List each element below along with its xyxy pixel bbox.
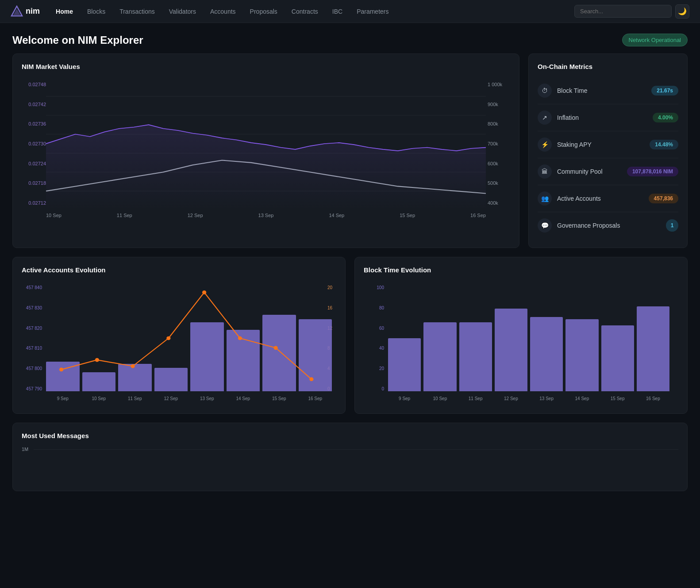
block-time-y-labels: 100 80 60 40 20 0: [364, 285, 386, 391]
bt-bar-2: 10 Sep: [423, 285, 456, 391]
active-accounts-bars: 9 Sep 10 Sep 11 Sep 12 Sep: [46, 285, 332, 391]
search-input[interactable]: [574, 5, 672, 18]
bt-bar-8-fill: [637, 306, 669, 391]
bar-group-5: 13 Sep: [190, 285, 224, 391]
bar-3: [118, 364, 152, 391]
nav-home[interactable]: Home: [50, 5, 78, 18]
bar-group-3: 11 Sep: [118, 285, 152, 391]
nav-proposals[interactable]: Proposals: [245, 5, 283, 18]
nav-blocks[interactable]: Blocks: [82, 5, 111, 18]
inflation-label: Inflation: [557, 114, 647, 121]
bt-bar-4-fill: [495, 309, 527, 391]
bar-6: [227, 330, 260, 391]
logo[interactable]: nim: [11, 5, 40, 18]
community-label: Community Pool: [557, 168, 622, 175]
accounts-icon: 👥: [538, 191, 552, 206]
staking-icon: ⚡: [538, 137, 552, 152]
market-chart-area: 0.02748 0.02742 0.02736 0.02730 0.02724 …: [22, 77, 510, 210]
bar-8: [299, 319, 332, 391]
bar-4: [154, 368, 188, 391]
market-card-title: NIM Market Values: [22, 63, 510, 70]
block-time-bars: 9 Sep 10 Sep 11 Sep 12 Sep: [388, 285, 669, 391]
block-time-label: Block Time: [557, 87, 646, 94]
nav-validators[interactable]: Validators: [164, 5, 201, 18]
metric-block-time: ⏱ Block Time 21.67s: [538, 77, 678, 104]
accounts-label: Active Accounts: [557, 195, 643, 202]
active-accounts-title: Active Accounts Evolution: [22, 266, 336, 274]
main-content: NIM Market Values 0.02748 0.02742 0.0273…: [0, 53, 700, 504]
nav-contracts[interactable]: Contracts: [286, 5, 323, 18]
metrics-list: ⏱ Block Time 21.67s ↗ Inflation 4.00% ⚡ …: [538, 77, 678, 239]
bar-7: [262, 315, 296, 391]
bt-bar-3: 11 Sep: [459, 285, 492, 391]
market-y-labels-right: 1 000k 900k 800k 700k 600k 500k 400k: [486, 77, 510, 210]
staking-value: 14.48%: [650, 140, 678, 149]
bt-bar-1: 9 Sep: [388, 285, 421, 391]
block-time-title: Block Time Evolution: [364, 266, 678, 274]
inflation-icon: ↗: [538, 111, 552, 125]
nav-ibc[interactable]: IBC: [327, 5, 348, 18]
bar-group-2: 10 Sep: [82, 285, 116, 391]
metrics-card-title: On-Chain Metrics: [538, 63, 678, 70]
active-accounts-card: Active Accounts Evolution 457 840 457 83…: [12, 257, 346, 414]
block-time-chart: 100 80 60 40 20 0 9 Sep 10 Sep: [364, 281, 678, 405]
bt-bar-6: 14 Sep: [565, 285, 598, 391]
metric-inflation: ↗ Inflation 4.00%: [538, 104, 678, 131]
staking-label: Staking APY: [557, 141, 644, 148]
inflation-value: 4.00%: [653, 113, 678, 122]
block-time-card: Block Time Evolution 100 80 60 40 20 0 9…: [354, 257, 688, 414]
messages-title: Most Used Messages: [22, 432, 678, 439]
status-badge: Network Operational: [622, 34, 688, 46]
governance-value: 1: [666, 219, 678, 232]
logo-text: nim: [26, 7, 40, 16]
block-time-icon: ⏱: [538, 84, 552, 98]
bt-bar-5: 13 Sep: [530, 285, 563, 391]
community-icon: 🏛: [538, 164, 552, 179]
market-y-labels-left: 0.02748 0.02742 0.02736 0.02730 0.02724 …: [22, 77, 46, 210]
nav-accounts[interactable]: Accounts: [205, 5, 241, 18]
bar-group-8: 16 Sep: [299, 285, 332, 391]
community-value: 107,878,016 NIM: [627, 167, 678, 176]
bt-bar-6-fill: [565, 319, 598, 391]
bar-1: [46, 362, 80, 391]
bar-5: [190, 322, 224, 391]
bt-bar-3-fill: [459, 322, 492, 391]
page-title: Welcome on NIM Explorer: [12, 34, 143, 46]
theme-toggle[interactable]: 🌙: [675, 4, 689, 19]
metric-governance: 💬 Governance Proposals 1: [538, 212, 678, 239]
nav-parameters[interactable]: Parameters: [351, 5, 394, 18]
bt-bar-7: 15 Sep: [601, 285, 634, 391]
bt-bar-5-fill: [530, 317, 563, 391]
bar-group-6: 14 Sep: [227, 285, 260, 391]
market-card: NIM Market Values 0.02748 0.02742 0.0273…: [12, 53, 519, 248]
active-accounts-y-left: 457 840 457 830 457 820 457 810 457 800 …: [22, 285, 44, 391]
metrics-card: On-Chain Metrics ⏱ Block Time 21.67s ↗ I…: [528, 53, 688, 248]
messages-card: Most Used Messages 1M: [12, 423, 688, 491]
market-svg: [46, 77, 486, 210]
bt-bar-2-fill: [423, 322, 456, 391]
active-accounts-chart: 457 840 457 830 457 820 457 810 457 800 …: [22, 281, 336, 405]
governance-icon: 💬: [538, 218, 552, 233]
block-time-value: 21.67s: [651, 86, 678, 95]
bt-bar-7-fill: [601, 325, 634, 391]
page-header: Welcome on NIM Explorer Network Operatio…: [0, 23, 700, 53]
top-row: NIM Market Values 0.02748 0.02742 0.0273…: [12, 53, 688, 248]
bottom-row: Active Accounts Evolution 457 840 457 83…: [12, 257, 688, 414]
metric-staking: ⚡ Staking APY 14.48%: [538, 131, 678, 158]
bar-2: [82, 372, 116, 391]
market-x-labels: 10 Sep 11 Sep 12 Sep 13 Sep 14 Sep 15 Se…: [22, 213, 510, 218]
metric-community: 🏛 Community Pool 107,878,016 NIM: [538, 158, 678, 185]
bt-bar-1-fill: [388, 338, 421, 391]
messages-y-label: 1M: [22, 447, 28, 452]
bt-bar-4: 12 Sep: [495, 285, 527, 391]
bar-group-4: 12 Sep: [154, 285, 188, 391]
metric-accounts: 👥 Active Accounts 457,836: [538, 185, 678, 212]
nav-transactions[interactable]: Transactions: [114, 5, 160, 18]
bt-bar-8: 16 Sep: [637, 285, 669, 391]
accounts-value: 457,836: [649, 194, 678, 203]
market-chart-inner: [46, 77, 486, 210]
governance-label: Governance Proposals: [557, 222, 661, 229]
navbar: nim Home Blocks Transactions Validators …: [0, 0, 700, 23]
bar-group-7: 15 Sep: [262, 285, 296, 391]
bar-group-1: 9 Sep: [46, 285, 80, 391]
